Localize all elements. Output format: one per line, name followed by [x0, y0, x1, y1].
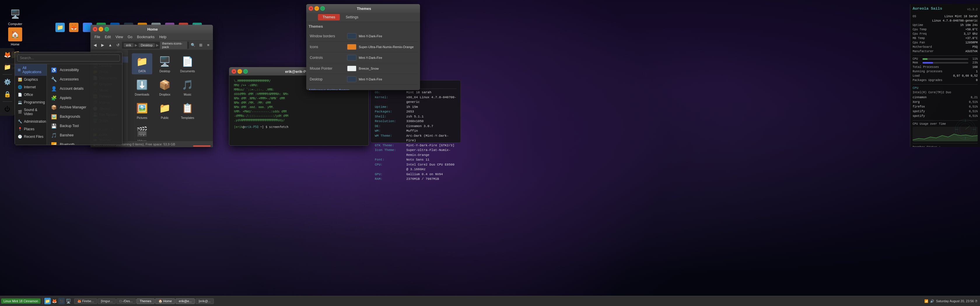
app-backgrounds[interactable]: 🖼️ Backgrounds: [48, 112, 121, 121]
taskbar-icon-nemo[interactable]: 📁: [45, 298, 51, 304]
cat-programming[interactable]: 💻 Programming: [15, 98, 47, 106]
templates-file-icon: 📋: [181, 101, 194, 115]
app-applets[interactable]: 🧩 Applets: [48, 93, 121, 103]
taskbar-window-term1[interactable]: erik@e...: [176, 298, 195, 304]
dock-settings[interactable]: ⚙️: [2, 76, 13, 87]
taskbar-window-home[interactable]: 🏠 Home: [155, 298, 175, 304]
music-file-icon: 🎵: [181, 78, 194, 92]
refresh-button[interactable]: ↺: [115, 42, 121, 49]
view-list-button[interactable]: ≡: [205, 42, 212, 49]
taskbar-icon-xrandr[interactable]: 🖥️: [65, 298, 72, 304]
cat-places[interactable]: 📍 Places: [15, 125, 47, 133]
taskbar-window-imgur[interactable]: [Imgur...: [98, 298, 116, 304]
cat-internet[interactable]: 🌐 Internet: [15, 83, 47, 91]
firefox-icon[interactable]: 🦊: [69, 23, 78, 32]
app-archive-manager[interactable]: 📦 Archive Manager: [48, 103, 121, 112]
desktop-icon-home[interactable]: 🏠 Home: [3, 26, 27, 47]
maximize-button[interactable]: □: [104, 27, 109, 32]
app-bluetooth[interactable]: 📶 Bluetooth: [48, 140, 121, 145]
si-mbtemp-val: +37.0°C: [966, 36, 978, 41]
file-label: Desktop: [159, 70, 170, 73]
minimize-button[interactable]: −: [99, 27, 103, 32]
search-button[interactable]: 🔍: [189, 42, 197, 49]
close-button[interactable]: ✕: [93, 27, 97, 32]
view-icons-button[interactable]: ⊞: [197, 42, 204, 49]
file-desktop[interactable]: 🖥️ Desktop: [154, 53, 175, 75]
path-desktop[interactable]: Desktop: [138, 43, 155, 47]
si-pkg-val: 0: [976, 78, 978, 82]
file-pictures[interactable]: 🖼️ Pictures: [132, 100, 152, 121]
taskbar-window-desktop[interactable]: □ -/Des...: [116, 298, 136, 304]
cpu-fill: [923, 58, 928, 60]
taskbar-icon-firefox[interactable]: 🦊: [51, 298, 58, 304]
cat-recent-files[interactable]: 🕐 Recent Files: [15, 133, 47, 141]
dock-lock[interactable]: 🔒: [2, 89, 13, 100]
sf-de-row: DE: Cinnamon 3.0.7: [375, 124, 457, 129]
prompt-user: [erik: [234, 125, 243, 128]
file-documents[interactable]: 📄 Documents: [177, 53, 198, 75]
taskbar-window-term2[interactable]: [erik@...: [196, 298, 214, 304]
file-music[interactable]: 🎵 Music: [177, 77, 198, 98]
taskbar-window-themes[interactable]: Themes: [137, 298, 154, 304]
bluetooth-icon: 📶: [51, 141, 57, 145]
dock-power[interactable]: ⏻: [2, 103, 13, 114]
taskbar-icon-terminal[interactable]: ⬛: [58, 298, 65, 304]
sf-cpu-key: CPU:: [375, 162, 404, 172]
downloads-file-icon: ⬇️: [135, 78, 149, 92]
controls-label: Controls: [310, 55, 345, 60]
sf-gtk-val: Mint-Y-Dark-Fire [GTK2/3]: [406, 143, 454, 148]
si-os-val: Linux Mint 18 Sarah: [944, 14, 978, 19]
up-button[interactable]: ▲: [107, 42, 114, 49]
add-remove-themes-link[interactable]: Add/remove desktop themes...: [309, 88, 352, 90]
menu-bookmarks[interactable]: Bookmarks: [135, 34, 156, 40]
tab-themes[interactable]: Themes: [318, 14, 340, 21]
menu-help[interactable]: Help: [158, 34, 168, 40]
cat-office[interactable]: 📄 Office: [15, 91, 47, 98]
app-backup-tool[interactable]: 💾 Backup Tool: [48, 121, 121, 130]
mem-progress: Mem 23%: [913, 61, 978, 64]
term-maximize-button[interactable]: □: [243, 69, 248, 74]
file-videos[interactable]: 🎬 Videos: [132, 123, 152, 141]
app-accessories[interactable]: 🔧 Accessories: [48, 75, 121, 84]
file-downloads[interactable]: ⬇️ Downloads: [132, 77, 152, 98]
path-erik[interactable]: erik: [124, 43, 134, 47]
app-label: Bluetooth: [60, 143, 75, 145]
cat-sound-video[interactable]: 🎬 Sound & Video: [15, 106, 47, 118]
nemo-icon[interactable]: 📁: [56, 23, 65, 32]
app-accessibility[interactable]: ♿ Accessibility: [48, 65, 121, 75]
forward-button[interactable]: ▶: [99, 42, 106, 49]
themes-close-button[interactable]: ✕: [309, 6, 313, 11]
sf-shell-key: Shell:: [375, 114, 404, 119]
app-search-input[interactable]: [17, 54, 120, 62]
file-dropbox[interactable]: 📦 Dropbox: [154, 77, 175, 98]
file-templates[interactable]: 📋 Templates: [177, 100, 198, 121]
app-account[interactable]: 👤 Account details: [48, 84, 121, 93]
sf-wmtheme-row: WM Theme: Arc-Dark (Mint-Y-Dark-Fire): [375, 133, 457, 143]
menu-view[interactable]: View: [114, 34, 125, 40]
taskbar-window-firefox[interactable]: 🦊 Firebe...: [74, 298, 97, 304]
term-close-button[interactable]: ✕: [232, 69, 236, 74]
start-button[interactable]: Linux Mint 18 Cinnamon: [1, 298, 41, 304]
themes-maximize-button[interactable]: □: [320, 6, 325, 11]
taskbar-sound-icon: 🔊: [930, 299, 934, 303]
si-linux-val: Linux 4.7.0-040700-generic: [932, 19, 978, 23]
term-minimize-button[interactable]: −: [237, 69, 242, 74]
dock-firefox[interactable]: 🦊: [2, 49, 13, 60]
back-button[interactable]: ◀: [92, 42, 99, 49]
file-public[interactable]: 📁 Public: [154, 100, 175, 121]
menu-file[interactable]: File: [93, 34, 102, 40]
app-label: Banshee: [60, 133, 73, 137]
app-menu-body: ⊞ All Applications 🖼️ Graphics 🌐 Interne…: [15, 64, 122, 145]
cat-graphics[interactable]: 🖼️ Graphics: [15, 76, 47, 83]
file-data[interactable]: 📁 DATA: [132, 53, 152, 75]
tab-settings[interactable]: Settings: [341, 14, 363, 21]
cat-administration[interactable]: 🔧 Administration: [15, 118, 47, 125]
themes-minimize-button[interactable]: −: [314, 6, 319, 11]
menu-edit[interactable]: Edit: [103, 34, 113, 40]
app-banshee[interactable]: 🎵 Banshee: [48, 130, 121, 140]
cat-all-applications[interactable]: ⊞ All Applications: [15, 64, 47, 76]
desktop-icon-computer[interactable]: 🖥️ Computer: [3, 6, 27, 27]
path-themes[interactable]: themes-icons-pack: [160, 41, 187, 49]
menu-go[interactable]: Go: [126, 34, 134, 40]
dock-folder[interactable]: 📁: [2, 62, 13, 73]
